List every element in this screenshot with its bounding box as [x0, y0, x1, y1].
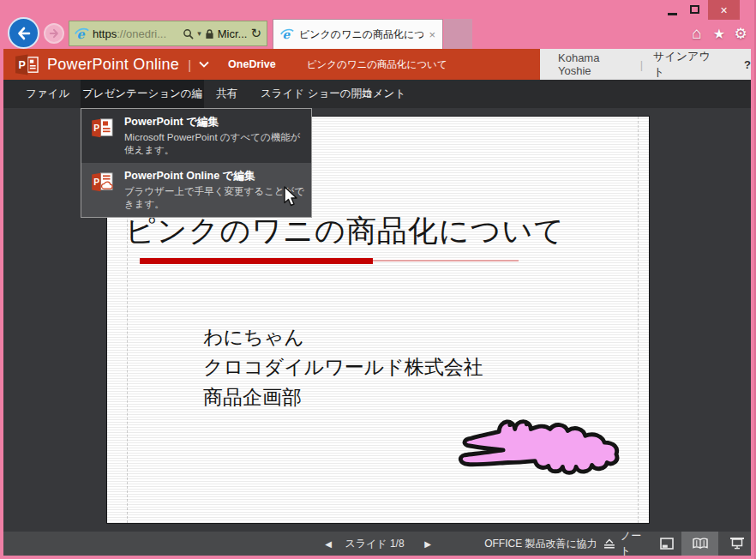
powerpoint-online-icon: P — [90, 169, 116, 192]
browser-window: × e https://onedri... ▾ Micr... ↻ — [0, 0, 756, 559]
new-tab-button[interactable] — [444, 19, 472, 49]
document-title: ピンクのワニの商品化について — [307, 58, 447, 71]
svg-text:P: P — [18, 59, 25, 71]
back-button[interactable] — [8, 17, 39, 49]
slideshow-screen-icon — [730, 538, 744, 550]
user-name[interactable]: Kohama Yoshie — [558, 51, 630, 77]
maximize-icon — [690, 5, 699, 14]
slide-body-line: わにちゃん — [203, 322, 483, 352]
menu-comments[interactable]: コメント — [362, 80, 405, 108]
powerpoint-logo-icon: P — [15, 53, 39, 76]
menu-file[interactable]: ファイル — [26, 80, 69, 108]
lock-icon — [205, 28, 214, 39]
onedrive-link[interactable]: OneDrive — [228, 58, 276, 70]
app-header-brand: P PowerPoint Online | OneDrive ピンクのワニの商品… — [3, 49, 540, 80]
dropdown-item-description: ブラウザー上で手早く変更することができます。 — [124, 185, 307, 210]
search-dropdown-caret[interactable]: ▾ — [197, 29, 201, 38]
slide-title-rule-thin — [373, 260, 519, 261]
close-icon: × — [720, 3, 727, 17]
forward-arrow-icon — [48, 27, 60, 39]
powerpoint-desktop-icon: P — [90, 115, 116, 138]
maximize-button[interactable] — [684, 0, 705, 19]
slide-body-line: クロコダイルワールド株式会社 — [203, 352, 483, 382]
next-slide-button[interactable]: ▶ — [418, 532, 437, 556]
svg-text:P: P — [93, 177, 99, 187]
slide-right-guide-line — [638, 117, 639, 523]
search-icon[interactable] — [183, 28, 194, 39]
menu-start-slideshow[interactable]: スライド ショーの開始 — [261, 80, 373, 108]
url-text: https://onedri... — [93, 27, 166, 40]
tab-title: ピンクのワニの商品化について.... — [299, 27, 423, 42]
previous-slide-button[interactable]: ◀ — [319, 532, 338, 556]
menu-bar: ファイル プレゼンテーションの編集▾ 共有 スライド ショーの開始 コメント — [3, 80, 751, 108]
menu-edit-presentation[interactable]: プレゼンテーションの編集▾ — [81, 80, 204, 108]
office-feedback-link[interactable]: OFFICE 製品改善に協力 — [481, 532, 601, 556]
settings-gear-icon[interactable]: ⚙ — [730, 23, 751, 44]
normal-view-button[interactable] — [655, 532, 679, 556]
back-arrow-icon — [15, 25, 33, 42]
edit-presentation-dropdown: P PowerPoint で編集 Microsoft PowerPoint のす… — [81, 108, 312, 218]
menu-share[interactable]: 共有 — [216, 80, 237, 108]
ie-icon: e — [75, 27, 89, 41]
dropdown-item-description: Microsoft PowerPoint のすべての機能が使えます。 — [124, 131, 307, 156]
slide-counter: スライド 1/8 — [345, 532, 405, 556]
dropdown-item-title: PowerPoint で編集 — [124, 115, 307, 129]
account-divider: | — [640, 58, 643, 71]
help-button[interactable]: ? — [744, 58, 751, 71]
sign-out-link[interactable]: サインアウト — [653, 49, 717, 80]
svg-text:P: P — [93, 123, 99, 133]
minimize-icon — [668, 13, 677, 15]
app-header: P PowerPoint Online | OneDrive ピンクのワニの商品… — [3, 49, 751, 80]
app-title: PowerPoint Online — [47, 56, 179, 74]
notes-label: ノート — [621, 529, 651, 558]
home-icon[interactable]: ⌂ — [687, 23, 707, 44]
chevron-down-icon[interactable] — [199, 61, 209, 68]
slide-title-rule-thick — [140, 258, 373, 264]
slide-body-text: わにちゃん クロコダイルワールド株式会社 商品企画部 — [203, 322, 483, 412]
dropdown-item-edit-in-powerpoint[interactable]: P PowerPoint で編集 Microsoft PowerPoint のす… — [81, 109, 311, 163]
slide-body-line: 商品企画部 — [203, 382, 483, 412]
certificate-name[interactable]: Micr... — [218, 27, 248, 40]
header-divider: | — [188, 57, 191, 72]
reading-view-book-icon — [693, 538, 708, 550]
slideshow-view-button[interactable] — [723, 532, 752, 556]
forward-button[interactable] — [44, 23, 64, 44]
refresh-icon[interactable]: ↻ — [250, 26, 261, 41]
browser-tab[interactable]: e ピンクのワニの商品化について.... × — [273, 19, 443, 49]
mouse-cursor — [284, 186, 300, 209]
normal-view-icon — [660, 538, 674, 550]
dropdown-item-edit-in-powerpoint-online[interactable]: P PowerPoint Online で編集 ブラウザー上で手早く変更すること… — [81, 163, 311, 217]
notes-icon — [603, 538, 615, 549]
dropdown-item-title: PowerPoint Online で編集 — [124, 169, 307, 183]
reading-view-button[interactable] — [681, 532, 718, 556]
address-bar[interactable]: e https://onedri... ▾ Micr... ↻ — [69, 21, 267, 46]
ie-tab-icon: e — [280, 27, 294, 41]
account-area: Kohama Yoshie | サインアウト ? — [540, 49, 751, 80]
status-bar: ◀ スライド 1/8 ▶ OFFICE 製品改善に協力 ノート — [3, 532, 751, 556]
close-button[interactable]: × — [708, 0, 740, 20]
tab-close-icon[interactable]: × — [429, 28, 435, 41]
pink-crocodile-drawing — [453, 410, 630, 482]
notes-toggle-button[interactable]: ノート — [603, 532, 651, 556]
favorites-star-icon[interactable]: ★ — [709, 23, 729, 44]
minimize-button[interactable] — [662, 0, 682, 19]
